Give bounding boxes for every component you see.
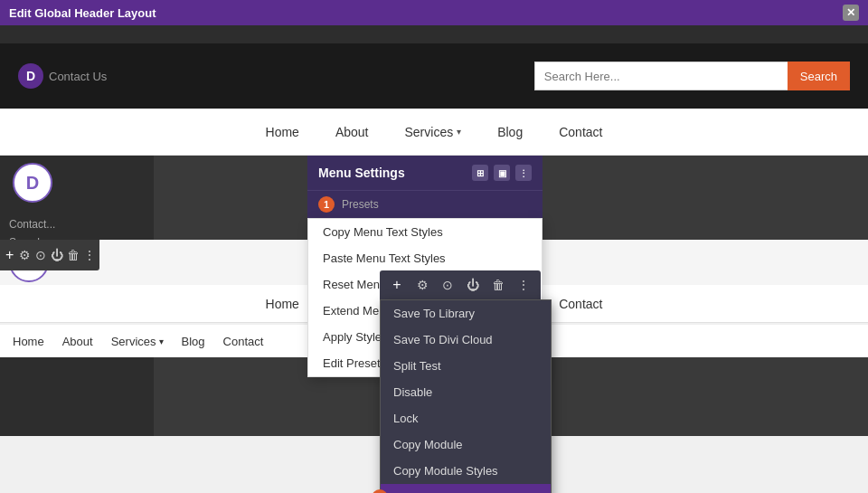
divi-logo-left: D (13, 163, 52, 203)
header-preview-top: D Contact Us Search (0, 43, 868, 109)
nav-item-contact[interactable]: Contact (559, 125, 602, 139)
small-nav-contact: Contact (223, 335, 264, 348)
nav-item-home[interactable]: Home (266, 125, 299, 139)
bottom-toolbar: + ⚙ ⊙ ⏻ 🗑 ⋮ (0, 240, 99, 270)
cm-copy-text-styles[interactable]: Copy Menu Text Styles (308, 219, 542, 245)
module-power-icon[interactable]: ⏻ (463, 275, 483, 295)
bcm-save-library[interactable]: Save To Library (381, 300, 551, 327)
divi-logo-top: D (18, 63, 43, 89)
ms-icon-grid[interactable]: ⊞ (472, 165, 488, 181)
settings-icon[interactable]: ⚙ (19, 245, 31, 265)
preset-row: 1 Presets (307, 191, 542, 218)
ms-icon-panel[interactable]: ▣ (494, 165, 510, 181)
small-nav-home: Home (13, 335, 44, 348)
services-chevron-icon: ▾ (457, 127, 461, 137)
module-copy-icon[interactable]: ⊙ (438, 275, 458, 295)
bcm-split-test[interactable]: Split Test (381, 353, 551, 379)
bcm-copy-module[interactable]: Copy Module (381, 431, 551, 458)
nav-item-services[interactable]: Services ▾ (404, 125, 461, 139)
top-strip (0, 25, 868, 43)
search-button-top[interactable]: Search (788, 62, 850, 90)
more-icon[interactable]: ⋮ (83, 245, 96, 265)
module-toolbar: + ⚙ ⊙ ⏻ 🗑 ⋮ (380, 270, 541, 299)
cm-paste-text-styles[interactable]: Paste Menu Text Styles (308, 245, 542, 271)
module-settings-icon[interactable]: ⚙ (412, 275, 432, 295)
bcm-disable[interactable]: Disable (381, 379, 551, 405)
trash-icon[interactable]: 🗑 (67, 245, 80, 265)
nav-item-about[interactable]: About (335, 125, 369, 139)
menu-settings-title: Menu Settings (318, 166, 405, 180)
top-nav-bar: Home About Services ▾ Blog Contact (0, 109, 868, 156)
title-bar: Edit Global Header Layout ✕ (0, 0, 868, 25)
close-icon: ✕ (846, 6, 855, 19)
bcm-lock[interactable]: Lock (381, 405, 551, 431)
copy-icon[interactable]: ⊙ (35, 245, 47, 265)
add-button[interactable]: + (4, 245, 15, 265)
module-trash-icon[interactable]: 🗑 (488, 275, 508, 295)
nav-item-blog[interactable]: Blog (497, 125, 523, 139)
bcm-copy-module-styles[interactable]: Copy Module Styles (381, 458, 551, 484)
module-add-btn[interactable]: + (387, 275, 407, 295)
menu-settings-header: Menu Settings ⊞ ▣ ⋮ (307, 156, 542, 191)
bottom-nav-contact[interactable]: Contact (559, 297, 602, 311)
ms-icon-more[interactable]: ⋮ (515, 165, 532, 181)
badge-1: 1 (318, 196, 335, 213)
panel-contact-row: Contact... (9, 215, 145, 233)
small-nav-blog: Blog (182, 335, 205, 348)
title-bar-text: Edit Global Header Layout (9, 6, 156, 20)
bcm-save-cloud[interactable]: Save To Divi Cloud (381, 327, 551, 353)
bottom-nav-home[interactable]: Home (266, 297, 299, 311)
close-button[interactable]: ✕ (843, 5, 859, 21)
small-nav-about: About (62, 335, 93, 348)
preset-label: Presets (342, 198, 379, 211)
bcm-paste-menu-text-styles[interactable]: 2 Paste Menu Text Styles (381, 484, 551, 493)
module-more-icon[interactable]: ⋮ (514, 275, 533, 295)
contact-us-text: Contact Us (49, 70, 107, 83)
search-input-top[interactable] (534, 62, 788, 90)
menu-settings-icons: ⊞ ▣ ⋮ (472, 165, 532, 181)
bottom-context-menu: Save To Library Save To Divi Cloud Split… (380, 299, 552, 493)
search-area: Search (534, 62, 850, 90)
power-icon[interactable]: ⏻ (51, 245, 63, 265)
small-nav-services: Services ▾ (111, 335, 164, 348)
